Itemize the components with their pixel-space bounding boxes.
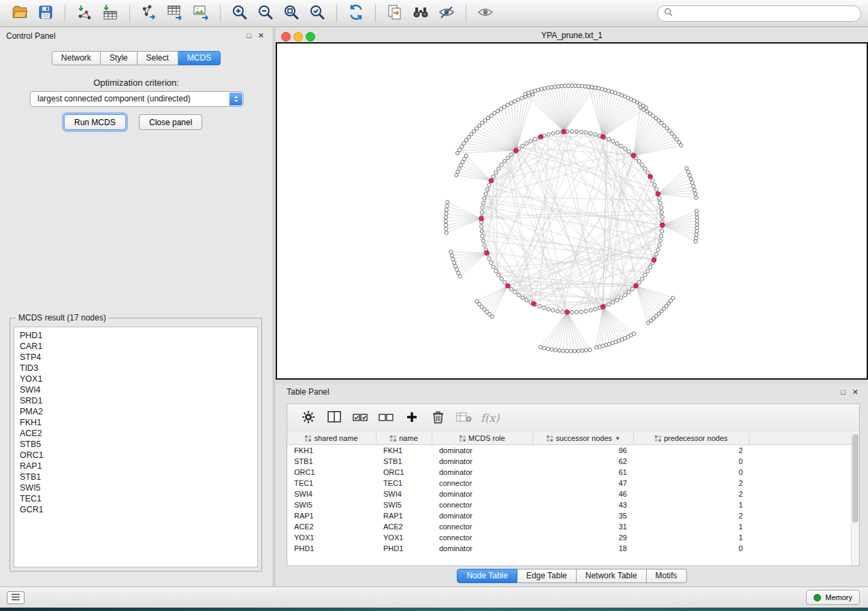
table-settings-button[interactable] xyxy=(295,407,321,430)
delete-table-button[interactable] xyxy=(451,407,477,430)
table-cell: ACE2 xyxy=(376,521,432,532)
mcds-result-item[interactable]: STB5 xyxy=(14,439,257,450)
trash-icon xyxy=(432,410,444,426)
float-panel-icon[interactable]: □ xyxy=(246,31,251,40)
mcds-result-item[interactable]: ORC1 xyxy=(14,450,257,461)
mcds-result-item[interactable]: TEC1 xyxy=(14,493,257,504)
import-table-button[interactable] xyxy=(97,2,123,25)
table-tab-network-table[interactable]: Network Table xyxy=(577,569,647,583)
table-row[interactable]: PHD1PHD1dominator180 xyxy=(287,543,852,554)
table-row[interactable]: RAP1RAP1dominator352 xyxy=(287,510,852,521)
status-bar: Memory xyxy=(0,587,868,608)
table-row[interactable]: ACE2ACE2connector311 xyxy=(287,521,852,532)
close-mcds-panel-button[interactable]: Close panel xyxy=(139,114,202,130)
network-window-title: YPA_prune.txt_1 xyxy=(276,31,868,40)
toolbar-separator xyxy=(466,5,466,22)
export-table-button[interactable] xyxy=(162,2,188,25)
table-row[interactable]: SWI4SWI4dominator462 xyxy=(287,489,852,499)
close-table-panel-icon[interactable]: ✕ xyxy=(852,387,858,397)
table-cell: FKH1 xyxy=(376,445,432,456)
status-menu-button[interactable] xyxy=(7,591,25,604)
mcds-result-item[interactable]: RAP1 xyxy=(14,461,257,472)
export-network-icon xyxy=(140,3,158,23)
scrollbar-thumb[interactable] xyxy=(852,434,858,523)
zoom-selected-button[interactable] xyxy=(304,2,330,25)
import-network-button[interactable] xyxy=(71,2,97,25)
mcds-result-item[interactable]: STB1 xyxy=(14,472,257,482)
mcds-result-item[interactable]: FKH1 xyxy=(14,417,257,428)
table-row[interactable]: FKH1FKH1dominator962 xyxy=(287,445,852,456)
checked-boxes-icon xyxy=(353,412,368,425)
table-row[interactable]: STB1STB1dominator620 xyxy=(287,456,852,467)
network-window-titlebar: YPA_prune.txt_1 xyxy=(276,28,868,42)
mcds-result-item[interactable]: PMA2 xyxy=(14,406,257,417)
delete-column-button[interactable] xyxy=(425,407,451,430)
column-header-successor-nodes[interactable]: successor nodes▾ xyxy=(533,432,634,444)
column-header-name[interactable]: name xyxy=(376,432,432,444)
mcds-result-item[interactable]: SWI5 xyxy=(14,482,257,493)
criterion-select[interactable]: largest connected component (undirected) xyxy=(30,91,244,107)
network-canvas[interactable] xyxy=(276,42,868,380)
table-tab-edge-table[interactable]: Edge Table xyxy=(517,569,577,583)
table-tab-motifs[interactable]: Motifs xyxy=(647,569,687,583)
search-box xyxy=(657,5,861,22)
zoom-in-button[interactable] xyxy=(227,2,253,25)
memory-button[interactable]: Memory xyxy=(806,590,860,605)
table-cell: connector xyxy=(432,532,533,543)
table-tab-node-table[interactable]: Node Table xyxy=(457,569,517,583)
table-row[interactable]: YOX1YOX1connector291 xyxy=(287,532,852,543)
mcds-result-item[interactable]: YOX1 xyxy=(14,374,257,384)
optimization-criterion-label: Optimization criterion: xyxy=(0,78,272,88)
zoom-out-button[interactable] xyxy=(253,2,278,25)
close-panel-icon[interactable]: ✕ xyxy=(258,31,264,40)
tab-network[interactable]: Network xyxy=(52,51,101,65)
table-cell: RAP1 xyxy=(376,510,432,521)
mcds-result-item[interactable]: SRD1 xyxy=(14,395,257,406)
deselect-all-columns-button[interactable] xyxy=(373,407,399,430)
tab-mcds[interactable]: MCDS xyxy=(178,51,221,65)
mcds-result-item[interactable]: STP4 xyxy=(14,352,257,363)
table-toolbar: f(x) xyxy=(287,404,859,433)
network-graph[interactable] xyxy=(277,44,867,378)
export-network-button[interactable] xyxy=(136,2,162,25)
mcds-result-item[interactable]: TID3 xyxy=(14,363,257,374)
mcds-result-item[interactable]: PHD1 xyxy=(14,330,257,341)
save-session-button[interactable] xyxy=(33,2,59,25)
table-row[interactable]: TEC1TEC1connector472 xyxy=(287,478,852,489)
tab-style[interactable]: Style xyxy=(101,51,138,65)
clone-network-button[interactable] xyxy=(382,2,408,25)
hide-style-button[interactable] xyxy=(434,2,460,25)
mcds-result-item[interactable]: GCR1 xyxy=(14,504,257,515)
toolbar-separator xyxy=(65,5,65,22)
table-row[interactable]: ORC1ORC1dominator610 xyxy=(287,467,852,478)
open-session-button[interactable] xyxy=(7,2,33,25)
add-column-button[interactable] xyxy=(399,407,425,430)
search-input[interactable] xyxy=(677,8,854,19)
function-builder-button[interactable]: f(x) xyxy=(481,412,499,425)
float-table-panel-icon[interactable]: □ xyxy=(841,387,846,397)
find-button[interactable] xyxy=(408,2,434,25)
export-image-button[interactable] xyxy=(188,2,214,25)
tab-select[interactable]: Select xyxy=(138,51,178,65)
table-cell: 96 xyxy=(533,445,634,456)
table-row[interactable]: SWI5SWI5connector431 xyxy=(287,499,852,510)
table-cell: connector xyxy=(432,499,533,510)
desktop-background xyxy=(0,608,868,611)
zoom-fit-button[interactable] xyxy=(278,2,304,25)
column-header-predecessor-nodes[interactable]: predecessor nodes xyxy=(634,432,750,444)
show-details-button[interactable] xyxy=(472,2,498,25)
import-network-icon xyxy=(76,3,93,23)
table-scrollbar[interactable] xyxy=(851,432,859,565)
hamburger-icon xyxy=(11,593,20,603)
select-all-columns-button[interactable] xyxy=(347,407,373,430)
table-cell: 18 xyxy=(533,543,634,554)
mcds-result-item[interactable]: ACE2 xyxy=(14,428,257,439)
refresh-view-button[interactable] xyxy=(343,2,369,25)
column-header-shared-name[interactable]: shared name xyxy=(287,432,376,444)
column-header-MCDS-role[interactable]: MCDS role xyxy=(432,432,533,444)
run-mcds-button[interactable]: Run MCDS xyxy=(64,114,126,130)
mcds-result-item[interactable]: SWI4 xyxy=(14,384,257,395)
show-columns-button[interactable] xyxy=(321,407,347,430)
table-cell: SWI4 xyxy=(287,489,376,499)
mcds-result-item[interactable]: CAR1 xyxy=(14,341,257,352)
